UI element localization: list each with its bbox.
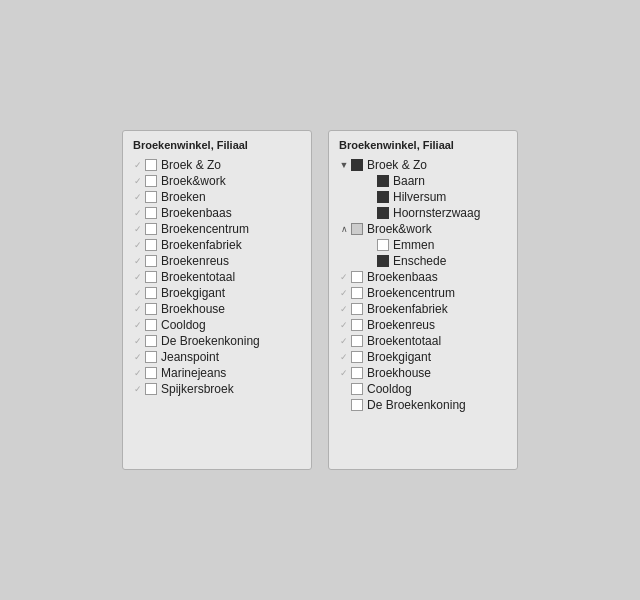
item-label: Jeanspoint [161,350,219,364]
checkbox[interactable] [351,351,363,363]
right-list-item[interactable]: Cooldog [335,381,509,397]
right-list-item[interactable]: Enschede [335,253,509,269]
chevron-icon: ✓ [131,368,145,378]
item-label: De Broekenkoning [367,398,466,412]
checkbox[interactable] [145,271,157,283]
item-label: Broekgigant [367,350,431,364]
checkbox[interactable] [145,191,157,203]
panels-container: Broekenwinkel, Filiaal ✓Broek & Zo✓Broek… [122,130,518,470]
left-list-item[interactable]: ✓Broek & Zo [129,157,305,173]
item-label: Broek & Zo [161,158,221,172]
left-list-item[interactable]: ✓Jeanspoint [129,349,305,365]
right-panel: Broekenwinkel, Filiaal ▼Broek & ZoBaarnH… [328,130,518,470]
right-list: ▼Broek & ZoBaarnHilversumHoornsterzwaag∧… [335,157,509,413]
checkbox[interactable] [377,239,389,251]
item-label: Broekenbaas [367,270,438,284]
checkbox[interactable] [145,335,157,347]
item-label: Spijkersbroek [161,382,234,396]
checkbox[interactable] [145,255,157,267]
left-list-item[interactable]: ✓Broekenbaas [129,205,305,221]
right-list-item[interactable]: ▼Broek & Zo [335,157,509,173]
checkbox[interactable] [145,239,157,251]
checkbox[interactable] [145,351,157,363]
checkbox[interactable] [351,383,363,395]
right-list-item[interactable]: Hoornsterzwaag [335,205,509,221]
item-label: De Broekenkoning [161,334,260,348]
checkbox[interactable] [377,255,389,267]
right-list-item[interactable]: ✓Broekenbaas [335,269,509,285]
left-panel-title: Broekenwinkel, Filiaal [129,139,305,151]
left-list-item[interactable]: ✓Broek&work [129,173,305,189]
checkbox[interactable] [145,175,157,187]
chevron-icon: ✓ [337,288,351,298]
chevron-icon: ✓ [337,272,351,282]
item-label: Emmen [393,238,434,252]
checkbox[interactable] [351,159,363,171]
right-list-item[interactable]: ✓Broekhouse [335,365,509,381]
checkbox[interactable] [351,303,363,315]
right-list-item[interactable]: De Broekenkoning [335,397,509,413]
right-list-item[interactable]: Hilversum [335,189,509,205]
checkbox[interactable] [377,191,389,203]
checkbox[interactable] [145,287,157,299]
right-list-item[interactable]: ✓Broekgigant [335,349,509,365]
right-list-item[interactable]: Baarn [335,173,509,189]
left-list-item[interactable]: ✓Broekentotaal [129,269,305,285]
right-list-item[interactable]: ✓Broekenfabriek [335,301,509,317]
checkbox[interactable] [351,319,363,331]
chevron-icon: ✓ [131,192,145,202]
item-label: Cooldog [161,318,206,332]
left-list-item[interactable]: ✓Spijkersbroek [129,381,305,397]
item-label: Broekencentrum [161,222,249,236]
chevron-icon: ✓ [337,320,351,330]
checkbox[interactable] [145,207,157,219]
checkbox[interactable] [145,159,157,171]
checkbox[interactable] [351,271,363,283]
item-label: Baarn [393,174,425,188]
left-list-item[interactable]: ✓De Broekenkoning [129,333,305,349]
checkbox[interactable] [377,175,389,187]
left-list-item[interactable]: ✓Broeken [129,189,305,205]
chevron-icon: ✓ [131,176,145,186]
left-list-item[interactable]: ✓Broekencentrum [129,221,305,237]
item-label: Hoornsterzwaag [393,206,480,220]
item-label: Broeken [161,190,206,204]
checkbox[interactable] [351,335,363,347]
checkbox[interactable] [351,367,363,379]
checkbox[interactable] [351,399,363,411]
checkbox[interactable] [377,207,389,219]
left-list-item[interactable]: ✓Broekenreus [129,253,305,269]
chevron-icon: ✓ [337,304,351,314]
chevron-icon: ✓ [131,256,145,266]
left-list-item[interactable]: ✓Broekhouse [129,301,305,317]
item-label: Broekhouse [367,366,431,380]
left-list-item[interactable]: ✓Broekgigant [129,285,305,301]
item-label: Broekhouse [161,302,225,316]
left-list-item[interactable]: ✓Broekenfabriek [129,237,305,253]
right-list-item[interactable]: ✓Broekenreus [335,317,509,333]
item-label: Cooldog [367,382,412,396]
right-list-item[interactable]: ✓Broekentotaal [335,333,509,349]
right-list-item[interactable]: Emmen [335,237,509,253]
item-label: Broek&work [161,174,226,188]
item-label: Broekenreus [367,318,435,332]
checkbox[interactable] [145,223,157,235]
left-list-item[interactable]: ✓Cooldog [129,317,305,333]
left-list-item[interactable]: ✓Marinejeans [129,365,305,381]
chevron-icon: ✓ [131,240,145,250]
chevron-icon: ▼ [337,160,351,170]
checkbox[interactable] [351,223,363,235]
checkbox[interactable] [351,287,363,299]
right-list-item[interactable]: ∧Broek&work [335,221,509,237]
left-list: ✓Broek & Zo✓Broek&work✓Broeken✓Broekenba… [129,157,305,397]
item-label: Broekentotaal [161,270,235,284]
checkbox[interactable] [145,367,157,379]
checkbox[interactable] [145,303,157,315]
left-panel: Broekenwinkel, Filiaal ✓Broek & Zo✓Broek… [122,130,312,470]
checkbox[interactable] [145,383,157,395]
checkbox[interactable] [145,319,157,331]
chevron-icon: ✓ [131,272,145,282]
item-label: Broekenreus [161,254,229,268]
chevron-icon: ✓ [131,208,145,218]
right-list-item[interactable]: ✓Broekencentrum [335,285,509,301]
